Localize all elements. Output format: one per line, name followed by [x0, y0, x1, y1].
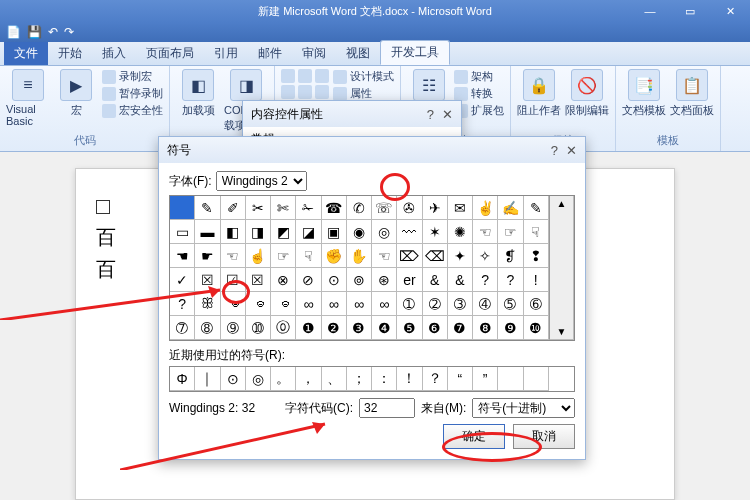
- symbol-cell[interactable]: ✐: [221, 196, 246, 220]
- symbol-cell[interactable]: ∞: [347, 292, 372, 316]
- minimize-button[interactable]: —: [630, 0, 670, 22]
- symbol-cell[interactable]: ⌦: [397, 244, 422, 268]
- symbol-cell[interactable]: ☞: [498, 220, 523, 244]
- redo-icon[interactable]: ↷: [64, 25, 74, 39]
- symbol-cell[interactable]: ◉: [347, 220, 372, 244]
- symbol-cell[interactable]: ☜: [473, 220, 498, 244]
- save-icon[interactable]: 💾: [27, 25, 42, 39]
- symbol-cell[interactable]: ☑: [221, 268, 246, 292]
- symbol-cell[interactable]: ◪: [296, 220, 321, 244]
- dialog-close-icon[interactable]: ✕: [566, 143, 577, 158]
- symbol-cell[interactable]: ✊: [322, 244, 347, 268]
- symbol-cell[interactable]: ☜: [372, 244, 397, 268]
- symbol-cell[interactable]: ❼: [448, 316, 473, 340]
- symbol-cell[interactable]: ❺: [397, 316, 422, 340]
- symbol-cell[interactable]: ☟: [296, 244, 321, 268]
- font-select[interactable]: Wingdings 2: [216, 171, 307, 191]
- symbol-cell[interactable]: ⌫: [423, 244, 448, 268]
- symbol-cell[interactable]: ☝: [246, 244, 271, 268]
- symbol-cell[interactable]: ▭: [170, 220, 195, 244]
- tab-layout[interactable]: 页面布局: [136, 42, 204, 65]
- recent-symbol-cell[interactable]: ，: [296, 367, 321, 391]
- symbol-cell[interactable]: ✈: [423, 196, 448, 220]
- symbol-cell[interactable]: ☎: [322, 196, 347, 220]
- symbol-cell[interactable]: ⊚: [347, 268, 372, 292]
- tab-file[interactable]: 文件: [4, 42, 48, 65]
- recent-symbol-cell[interactable]: ？: [423, 367, 448, 391]
- tab-review[interactable]: 审阅: [292, 42, 336, 65]
- recent-symbol-cell[interactable]: ｜: [195, 367, 220, 391]
- symbol-cell[interactable]: ဓ: [221, 292, 246, 316]
- symbol-cell[interactable]: ❢: [524, 244, 549, 268]
- symbol-cell[interactable]: ✎: [195, 196, 220, 220]
- tab-home[interactable]: 开始: [48, 42, 92, 65]
- symbol-cell[interactable]: &: [448, 268, 473, 292]
- symbol-cell[interactable]: ❻: [423, 316, 448, 340]
- symbol-cell[interactable]: ✆: [347, 196, 372, 220]
- symbol-grid[interactable]: ✎✐✂✄✁☎✆☏✇✈✉✌✍✎▲▼▭▬◧◨◩◪▣◉◎〰✶✺☜☞☟☚☛☜☝☞☟✊✋☜…: [169, 195, 575, 341]
- symbol-cell[interactable]: ✂: [246, 196, 271, 220]
- symbol-cell[interactable]: ✓: [170, 268, 195, 292]
- symbol-cell[interactable]: ⓪: [271, 316, 296, 340]
- symbol-cell[interactable]: ☟: [524, 220, 549, 244]
- symbol-cell[interactable]: ➆: [170, 316, 195, 340]
- symbol-cell[interactable]: er: [397, 268, 422, 292]
- dialog-close-icon[interactable]: ✕: [442, 107, 453, 122]
- symbol-cell[interactable]: ?: [498, 268, 523, 292]
- recent-symbol-cell[interactable]: ！: [397, 367, 422, 391]
- symbol-cell[interactable]: ➃: [473, 292, 498, 316]
- recent-symbol-cell[interactable]: “: [448, 367, 473, 391]
- symbol-cell[interactable]: ◎: [372, 220, 397, 244]
- properties-button[interactable]: 属性: [333, 86, 394, 101]
- symbol-cell[interactable]: ✶: [423, 220, 448, 244]
- ctrl-row2[interactable]: [281, 85, 329, 99]
- symbol-cell[interactable]: ❿: [524, 316, 549, 340]
- recent-symbol-cell[interactable]: 。: [271, 367, 296, 391]
- recent-symbol-cell[interactable]: [524, 367, 549, 391]
- symbol-cell[interactable]: ▬: [195, 220, 220, 244]
- symbol-cell[interactable]: ➂: [448, 292, 473, 316]
- macros-button[interactable]: ▶宏: [54, 69, 98, 118]
- symbol-cell[interactable]: ✍: [498, 196, 523, 220]
- symbol-cell[interactable]: ✧: [473, 244, 498, 268]
- symbol-cell[interactable]: ➈: [221, 316, 246, 340]
- symbol-cell[interactable]: ▣: [322, 220, 347, 244]
- record-macro-button[interactable]: 录制宏: [102, 69, 163, 84]
- recent-symbol-cell[interactable]: ”: [473, 367, 498, 391]
- checkbox-control[interactable]: [96, 200, 110, 214]
- symbol-cell[interactable]: ❶: [296, 316, 321, 340]
- symbol-cell[interactable]: 〰: [397, 220, 422, 244]
- tab-developer[interactable]: 开发工具: [380, 40, 450, 65]
- symbol-cell[interactable]: ✉: [448, 196, 473, 220]
- schema-button[interactable]: 架构: [454, 69, 504, 84]
- symbol-cell[interactable]: ➄: [498, 292, 523, 316]
- dialog-help-icon[interactable]: ?: [427, 107, 434, 122]
- symbol-cell[interactable]: ⊙: [322, 268, 347, 292]
- tab-references[interactable]: 引用: [204, 42, 248, 65]
- tab-insert[interactable]: 插入: [92, 42, 136, 65]
- symbol-cell[interactable]: [170, 196, 195, 220]
- cancel-button[interactable]: 取消: [513, 424, 575, 449]
- symbol-cell[interactable]: ◧: [221, 220, 246, 244]
- char-code-input[interactable]: [359, 398, 415, 418]
- symbol-cell[interactable]: ꕥ: [195, 292, 220, 316]
- macro-security-button[interactable]: 宏安全性: [102, 103, 163, 118]
- symbol-cell[interactable]: ?: [170, 292, 195, 316]
- symbol-cell[interactable]: ☏: [372, 196, 397, 220]
- close-button[interactable]: ✕: [710, 0, 750, 22]
- recent-symbols-grid[interactable]: Φ｜⊙◎。，、；：！？“”: [169, 366, 575, 392]
- symbol-cell[interactable]: ∞: [296, 292, 321, 316]
- symbol-cell[interactable]: ❾: [498, 316, 523, 340]
- recent-symbol-cell[interactable]: ；: [347, 367, 372, 391]
- symbol-cell[interactable]: ➅: [524, 292, 549, 316]
- symbol-cell[interactable]: ✇: [397, 196, 422, 220]
- restrict-editing-button[interactable]: 🚫限制编辑: [565, 69, 609, 118]
- symbol-cell[interactable]: !: [524, 268, 549, 292]
- scrollbar[interactable]: ▲▼: [549, 196, 574, 340]
- symbol-cell[interactable]: ✺: [448, 220, 473, 244]
- recent-symbol-cell[interactable]: Φ: [170, 367, 195, 391]
- symbol-cell[interactable]: ∞: [372, 292, 397, 316]
- symbol-cell[interactable]: ✌: [473, 196, 498, 220]
- dialog-help-icon[interactable]: ?: [551, 143, 558, 158]
- symbol-cell[interactable]: ☚: [170, 244, 195, 268]
